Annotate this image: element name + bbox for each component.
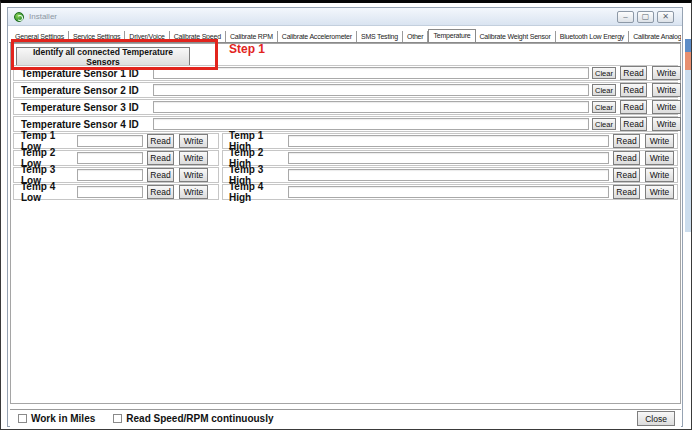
tab-temperature[interactable]: Temperature xyxy=(428,29,475,43)
temp-2-high-input[interactable] xyxy=(288,152,609,164)
maximize-icon[interactable]: ▢ xyxy=(637,11,654,23)
tab-strip: General Settings Service Settings Driver… xyxy=(9,27,681,43)
temp-4-high-write-button[interactable]: Write xyxy=(645,185,674,199)
temp-2-low-input[interactable] xyxy=(77,152,143,164)
temp-3-low-input[interactable] xyxy=(77,169,143,181)
footer-bar: Work in Miles Read Speed/RPM continuousl… xyxy=(10,409,681,427)
sensor-2-write-button[interactable]: Write xyxy=(652,83,681,97)
title-bar: Installer – ▢ ✕ xyxy=(8,8,682,26)
sensor-3-clear-button[interactable]: Clear xyxy=(592,101,616,113)
sensor-4-write-button[interactable]: Write xyxy=(652,117,681,131)
read-speed-rpm-checkbox[interactable] xyxy=(113,414,122,423)
sensor-2-id-row: Temperature Sensor 2 ID Clear Read Write xyxy=(13,82,678,98)
temp-3-low-write-button[interactable]: Write xyxy=(179,168,208,182)
screenshot-frame: Installer – ▢ ✕ General Settings Service… xyxy=(0,0,692,430)
tab-calibrate-analog-fuel-sensor[interactable]: Calibrate Analog Fuel Sensor xyxy=(629,31,681,42)
work-in-miles-label: Work in Miles xyxy=(31,413,95,424)
sensor-id-rows: Temperature Sensor 1 ID Clear Read Write… xyxy=(12,65,679,201)
sensor-4-clear-button[interactable]: Clear xyxy=(592,118,616,130)
temp-3-low-read-button[interactable]: Read xyxy=(147,168,174,182)
tab-service-settings[interactable]: Service Settings xyxy=(69,31,125,42)
work-in-miles-checkbox[interactable] xyxy=(18,414,27,423)
sensor-3-id-input[interactable] xyxy=(153,101,589,113)
temp-1-low-write-button[interactable]: Write xyxy=(179,134,208,148)
tab-sms-testing[interactable]: SMS Testing xyxy=(357,31,403,42)
temp-1-high-panel: Temp 1 High Read Write xyxy=(222,133,678,149)
sensor-1-id-input[interactable] xyxy=(153,67,589,79)
temp-1-high-read-button[interactable]: Read xyxy=(613,134,640,148)
tab-general-settings[interactable]: General Settings xyxy=(11,31,69,42)
temp-3-high-input[interactable] xyxy=(288,169,609,181)
temp-3-high-read-button[interactable]: Read xyxy=(613,168,640,182)
temp-4-low-input[interactable] xyxy=(77,186,143,198)
background-scrollbar-artifact-blue xyxy=(685,39,691,52)
read-speed-rpm-group: Read Speed/RPM continuously xyxy=(113,413,273,424)
tab-calibrate-accelerometer[interactable]: Calibrate Accelerometer xyxy=(278,31,357,42)
read-speed-rpm-label: Read Speed/RPM continuously xyxy=(126,413,273,424)
temp-2-row: Temp 2 Low Read Write Temp 2 High Read W… xyxy=(13,150,678,167)
sensor-4-id-input[interactable] xyxy=(153,118,589,130)
sensor-4-read-button[interactable]: Read xyxy=(620,117,647,131)
background-scrollbar-artifact-track xyxy=(685,70,691,232)
identify-sensors-button[interactable]: Identify all connected Temperature Senso… xyxy=(16,47,190,66)
temp-4-high-input[interactable] xyxy=(288,186,609,198)
sensor-4-id-row: Temperature Sensor 4 ID Clear Read Write xyxy=(13,116,678,132)
temp-4-low-read-button[interactable]: Read xyxy=(147,185,174,199)
temp-2-low-write-button[interactable]: Write xyxy=(179,151,208,165)
window-controls: – ▢ ✕ xyxy=(617,11,674,23)
temp-1-row: Temp 1 Low Read Write Temp 1 High Read W… xyxy=(13,133,678,150)
sensor-4-id-label: Temperature Sensor 4 ID xyxy=(14,119,153,130)
sensor-1-id-row: Temperature Sensor 1 ID Clear Read Write xyxy=(13,65,678,81)
step1-annotation-label: Step 1 xyxy=(229,42,265,56)
temp-4-row: Temp 4 Low Read Write Temp 4 High Read W… xyxy=(13,184,678,201)
temp-3-high-panel: Temp 3 High Read Write xyxy=(222,167,678,183)
sensor-3-id-row: Temperature Sensor 3 ID Clear Read Write xyxy=(13,99,678,115)
temp-2-low-read-button[interactable]: Read xyxy=(147,151,174,165)
temp-3-high-write-button[interactable]: Write xyxy=(645,168,674,182)
sensor-1-id-label: Temperature Sensor 1 ID xyxy=(14,68,153,79)
sensor-3-read-button[interactable]: Read xyxy=(620,100,647,114)
tab-calibrate-rpm[interactable]: Calibrate RPM xyxy=(226,31,278,42)
minimize-icon[interactable]: – xyxy=(617,11,634,23)
sensor-3-write-button[interactable]: Write xyxy=(652,100,681,114)
temp-1-low-read-button[interactable]: Read xyxy=(147,134,174,148)
sensor-1-clear-button[interactable]: Clear xyxy=(592,67,616,79)
temperature-tab-page: Identify all connected Temperature Senso… xyxy=(10,43,681,404)
temp-4-high-panel: Temp 4 High Read Write xyxy=(222,184,678,200)
window-title: Installer xyxy=(29,12,57,21)
sensor-1-read-button[interactable]: Read xyxy=(620,66,647,80)
work-in-miles-group: Work in Miles xyxy=(18,413,95,424)
temp-1-high-input[interactable] xyxy=(288,135,609,147)
sensor-3-id-label: Temperature Sensor 3 ID xyxy=(14,102,153,113)
tab-calibrate-speed[interactable]: Calibrate Speed xyxy=(170,31,226,42)
temp-4-low-panel: Temp 4 Low Read Write xyxy=(13,184,219,200)
temp-4-high-read-button[interactable]: Read xyxy=(613,185,640,199)
temp-2-high-write-button[interactable]: Write xyxy=(645,151,674,165)
background-scrollbar-artifact-orange xyxy=(685,52,691,70)
sensor-1-write-button[interactable]: Write xyxy=(652,66,681,80)
temp-1-low-input[interactable] xyxy=(77,135,143,147)
tab-driver-voice[interactable]: Driver/Voice xyxy=(125,31,169,42)
temp-3-row: Temp 3 Low Read Write Temp 3 High Read W… xyxy=(13,167,678,184)
installer-app-icon xyxy=(14,12,24,22)
tab-other[interactable]: Other xyxy=(403,31,429,42)
sensor-2-id-input[interactable] xyxy=(153,84,589,96)
temp-1-high-write-button[interactable]: Write xyxy=(645,134,674,148)
close-button[interactable]: Close xyxy=(637,411,675,426)
close-icon[interactable]: ✕ xyxy=(657,11,674,23)
sensor-2-clear-button[interactable]: Clear xyxy=(592,84,616,96)
installer-window: Installer – ▢ ✕ General Settings Service… xyxy=(7,7,683,427)
temp-4-high-label: Temp 4 High xyxy=(223,181,288,203)
tab-bluetooth-low-energy[interactable]: Bluetooth Low Energy xyxy=(556,31,630,42)
temp-4-low-write-button[interactable]: Write xyxy=(179,185,208,199)
temp-2-high-panel: Temp 2 High Read Write xyxy=(222,150,678,166)
sensor-2-id-label: Temperature Sensor 2 ID xyxy=(14,85,153,96)
temp-4-low-label: Temp 4 Low xyxy=(14,181,77,203)
sensor-2-read-button[interactable]: Read xyxy=(620,83,647,97)
temp-2-high-read-button[interactable]: Read xyxy=(613,151,640,165)
tab-calibrate-weight-sensor[interactable]: Calibrate Weight Sensor xyxy=(476,31,556,42)
